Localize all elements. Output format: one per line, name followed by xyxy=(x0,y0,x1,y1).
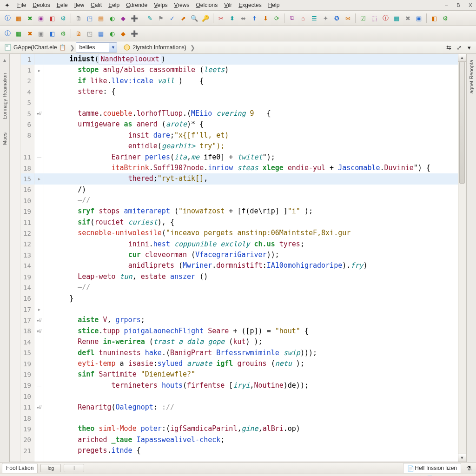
toolbar-button-13[interactable]: ⚑ xyxy=(156,13,166,23)
fold-marker[interactable] xyxy=(34,445,44,456)
rail-up-icon[interactable]: ▴ xyxy=(3,57,6,63)
toolbar-button-0[interactable]: ⓘ xyxy=(2,28,13,39)
fold-marker[interactable] xyxy=(34,348,44,358)
toolbar-button-6[interactable]: 🗎 xyxy=(73,13,84,23)
toolbar-button-6[interactable]: 🗎 xyxy=(73,28,84,39)
toolbar-button-7[interactable]: ◳ xyxy=(85,28,95,39)
code-line[interactable]: anidliprets (Mwriner.dormnistift:IA10omo… xyxy=(44,260,458,271)
fold-marker[interactable] xyxy=(34,250,44,260)
code-line[interactable]: entidle(gearhit> try"); xyxy=(44,141,458,152)
toolbar-button-29[interactable]: ✉ xyxy=(343,13,353,23)
toolbar-button-8[interactable]: ▤ xyxy=(96,28,106,39)
collapse-icon[interactable]: ⤢ xyxy=(454,42,464,53)
menu-eelp[interactable]: Eelp xyxy=(105,1,123,9)
toolbar-button-31[interactable]: ⬚ xyxy=(369,13,379,23)
fold-marker[interactable] xyxy=(34,54,44,65)
fold-marker[interactable] xyxy=(34,217,44,228)
code-line[interactable]: Leap-weto tun, estate anszer () xyxy=(44,271,458,282)
code-line[interactable]: defl tnuninests hake.(BanigPrart Brfessr… xyxy=(44,348,458,358)
toolbar-button-21[interactable]: ⬆ xyxy=(249,13,259,23)
code-line[interactable]: Renaritg(Oalegnopt: :// xyxy=(44,402,458,413)
code-line[interactable]: sinf Sartimite "Dieniewfle?" xyxy=(44,369,458,380)
toolbar-button-2[interactable]: ✖ xyxy=(25,13,35,23)
scroll-thumb[interactable] xyxy=(459,62,465,184)
toolbar-button-24[interactable]: ⧉ xyxy=(287,13,297,23)
fold-marker[interactable] xyxy=(34,337,44,347)
code-line[interactable]: iniust(Nandhteploouxt) xyxy=(44,54,458,65)
maximize-button[interactable]: B xyxy=(455,2,462,8)
menu-velps[interactable]: Velps xyxy=(151,1,171,9)
bottom-tab-left[interactable]: Fool Lation xyxy=(2,463,38,473)
menu-cdrende[interactable]: Cdrende xyxy=(123,1,151,9)
toolbar-button-27[interactable]: ✦ xyxy=(320,13,331,23)
toolbar-button-3[interactable]: ▣ xyxy=(36,28,46,39)
left-tab-2[interactable]: Maes xyxy=(0,129,9,148)
code-line[interactable]: } xyxy=(44,293,458,304)
code-line[interactable]: tamme.coueble.lorhofTluop.(MEiio cvering… xyxy=(44,108,458,119)
minimize-button[interactable]: – xyxy=(443,2,450,8)
toolbar-button-4[interactable]: ◧ xyxy=(47,28,57,39)
bottom-button-1[interactable]: log xyxy=(40,464,61,472)
fold-marker[interactable] xyxy=(34,369,44,380)
fold-marker[interactable] xyxy=(34,141,44,152)
fold-gutter[interactable]: ▸▾//——▸▸▾//▾//—▾// xyxy=(34,54,44,462)
breakpoint-gutter[interactable] xyxy=(10,54,21,462)
toolbar-button-10[interactable]: ◆ xyxy=(118,13,128,23)
fold-marker[interactable] xyxy=(34,260,44,271)
toolbar-button-4[interactable]: ◧ xyxy=(47,13,57,23)
code-line[interactable]: theo siml-Mode poter:(igfSamdicaParinl,g… xyxy=(44,423,458,434)
toolbar-button-23[interactable]: ⟳ xyxy=(271,13,282,23)
code-line[interactable] xyxy=(44,98,458,108)
menu-calit[interactable]: Calit xyxy=(87,1,105,9)
fold-marker[interactable] xyxy=(34,239,44,250)
toolbar-button-1[interactable]: ▦ xyxy=(13,13,24,23)
fold-marker[interactable] xyxy=(34,86,44,97)
fold-marker[interactable] xyxy=(34,195,44,206)
toolbar-button-20[interactable]: ⬌ xyxy=(238,13,248,23)
menu-oelcions[interactable]: Oelcions xyxy=(192,1,221,9)
code-line[interactable]: insit dare;"x{[f'll, et) xyxy=(44,130,458,141)
fold-marker[interactable]: — xyxy=(34,130,44,141)
breadcrumb-root[interactable]: GAppe(IChart.ele 📋 xyxy=(2,43,69,52)
code-line[interactable] xyxy=(44,391,458,402)
toolbar-button-8[interactable]: ▤ xyxy=(96,13,106,23)
fold-marker[interactable] xyxy=(34,163,44,173)
code-line[interactable]: Eariner perles(ita,me ife0] + twitet"); xyxy=(44,152,458,163)
toolbar-button-11[interactable]: ➕ xyxy=(129,13,139,23)
fold-marker[interactable]: ▸ xyxy=(34,304,44,315)
fold-marker[interactable] xyxy=(34,435,44,445)
fold-marker[interactable] xyxy=(34,293,44,304)
breadcrumb-combo[interactable]: beliles ▼ xyxy=(76,42,117,53)
menu-help[interactable]: Help xyxy=(265,1,283,9)
fold-marker[interactable] xyxy=(34,76,44,86)
code-line[interactable]: Renne in-werirea (trast a dala gope (kut… xyxy=(44,337,458,347)
toolbar-button-30[interactable]: ☑ xyxy=(358,13,368,23)
code-line[interactable]: ternineters houts(firfentse [iryi,Noutin… xyxy=(44,380,458,391)
code-line[interactable]: if like.llev:icale vall ) { xyxy=(44,76,458,86)
toolbar-button-18[interactable]: ✂ xyxy=(216,13,226,23)
code-line[interactable]: inini.hest coppunible excloly ch.us tyre… xyxy=(44,239,458,250)
scroll-up-icon[interactable]: ▲ xyxy=(458,54,466,62)
toolbar-button-19[interactable]: ⬍ xyxy=(227,13,237,23)
toolbar-button-9[interactable]: ◐ xyxy=(107,13,117,23)
toolbar-button-17[interactable]: 🔑 xyxy=(200,13,211,23)
code-line[interactable]: secneble-uniwolesile("inceavo pergets an… xyxy=(44,228,458,238)
menu-deolos[interactable]: Deolos xyxy=(29,1,53,9)
menu-file[interactable]: File xyxy=(14,1,29,9)
toolbar-button-10[interactable]: ◆ xyxy=(118,28,128,39)
code-area[interactable]: iniust(Nandhteploouxt) stope anlg/ables … xyxy=(44,54,458,462)
code-line[interactable]: thered;"ryt-atik[], xyxy=(44,173,458,184)
code-line[interactable]: —// xyxy=(44,282,458,293)
fold-marker[interactable]: — xyxy=(34,380,44,391)
code-line[interactable]: eyti-temp a isasie:sylued aruate igfl gr… xyxy=(44,358,458,369)
toolbar-button-28[interactable]: ✪ xyxy=(331,13,342,23)
code-line[interactable]: aiste V, grpors; xyxy=(44,315,458,325)
toolbar-button-15[interactable]: ⬈ xyxy=(178,13,188,23)
fold-marker[interactable] xyxy=(34,423,44,434)
toolbar-button-14[interactable]: ✓ xyxy=(167,13,177,23)
sync-icon[interactable]: ⇆ xyxy=(443,42,454,53)
code-line[interactable] xyxy=(44,304,458,315)
toolbar-button-5[interactable]: ⚙ xyxy=(58,13,68,23)
fold-marker[interactable]: ▸ xyxy=(34,65,44,75)
fold-marker[interactable]: ▾// xyxy=(34,326,44,337)
